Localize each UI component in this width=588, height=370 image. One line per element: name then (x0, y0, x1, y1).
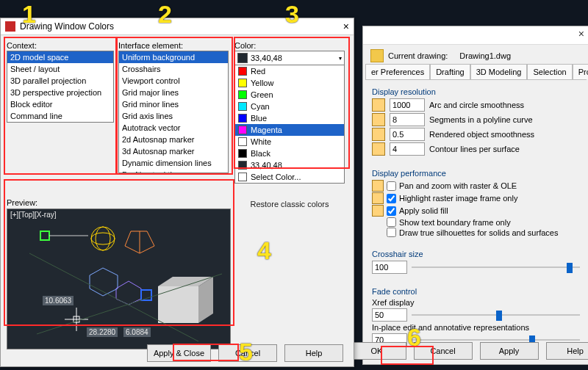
context-item[interactable]: Command line (7, 110, 113, 122)
cancel-button[interactable]: Cancel (218, 344, 277, 362)
disp-res-row: Rendered object smoothness (372, 128, 580, 141)
context-item[interactable]: 3D parallel projection (7, 75, 113, 87)
disp-res-row: Contour lines per surface (372, 142, 580, 156)
close-icon[interactable]: × (578, 28, 584, 40)
perf-checkbox[interactable] (387, 206, 396, 216)
tab-profiles[interactable]: Profiles (573, 64, 588, 79)
crosshair-slider[interactable] (412, 261, 580, 273)
perf-checkbox[interactable] (387, 228, 396, 237)
options-button-row: OK Cancel Apply Help (363, 342, 588, 360)
tab-3d-modeling[interactable]: 3D Modeling (470, 64, 528, 79)
apply-close-button[interactable]: Apply & Close (147, 344, 211, 362)
perf-check-label: Pan and zoom with raster & OLE (399, 181, 517, 190)
context-item[interactable]: 2D model space (7, 51, 113, 63)
context-column: Context: 2D model spaceSheet / layout3D … (7, 41, 114, 123)
color-name: Black (251, 148, 270, 159)
tab-er-preferences[interactable]: er Preferences (365, 64, 430, 79)
drawing-icon (370, 49, 384, 62)
context-item[interactable]: Block editor (7, 98, 113, 110)
folder-icon (372, 113, 385, 126)
cancel-button[interactable]: Cancel (414, 342, 473, 360)
iface-item[interactable]: 2d Autosnap marker (119, 134, 228, 145)
iface-item[interactable]: Crosshairs (119, 63, 228, 75)
display-resolution-title: Display resolution (372, 87, 580, 96)
iface-item[interactable]: Viewport control (119, 75, 228, 87)
xref-slider[interactable] (412, 309, 580, 321)
iface-item[interactable]: Drafting tool tip (119, 169, 228, 173)
iface-item[interactable]: Uniform background (119, 51, 228, 63)
dwc-titlebar: Drawing Window Colors × (1, 18, 354, 35)
context-item[interactable]: Sheet / layout (7, 63, 113, 75)
perf-checkbox[interactable] (387, 181, 396, 191)
chevron-down-icon: ▾ (339, 55, 342, 62)
color-list[interactable]: RedYellowGreenCyanBlueMagentaWhiteBlack3… (234, 65, 345, 184)
options-dialog: × Current drawing: Drawing1.dwg er Prefe… (362, 26, 588, 365)
color-name: Blue (251, 113, 267, 123)
disp-res-input[interactable] (390, 98, 425, 112)
help-button[interactable]: Help (284, 344, 343, 362)
current-drawing-label: Current drawing: (388, 51, 448, 60)
color-item[interactable]: Black (235, 148, 344, 159)
context-item[interactable]: Plot preview (7, 122, 113, 123)
perf-check-label: Highlight raster image frame only (399, 194, 517, 203)
inplace-label: In-place edit and annotative representat… (372, 323, 580, 332)
perf-check-label: Draw true silhouettes for solids and sur… (399, 228, 558, 237)
svg-point-2 (91, 227, 115, 250)
color-name: 33,40,48 (251, 160, 282, 170)
color-name: Select Color... (251, 172, 301, 182)
color-swatch-icon (238, 126, 247, 134)
iface-listbox[interactable]: Uniform backgroundCrosshairsViewport con… (118, 51, 229, 173)
perf-check: Draw true silhouettes for solids and sur… (372, 228, 580, 237)
color-item[interactable]: Select Color... (235, 171, 344, 183)
perf-checkbox[interactable] (387, 194, 396, 203)
color-swatch-icon (238, 79, 247, 87)
drawing-window-colors-dialog: Drawing Window Colors × Context: 2D mode… (0, 18, 354, 367)
disp-res-input[interactable] (390, 142, 425, 156)
color-item[interactable]: White (235, 136, 344, 148)
color-item[interactable]: Blue (235, 112, 344, 124)
options-tabs: er PreferencesDrafting3D ModelingSelecti… (365, 64, 587, 80)
disp-res-label: Segments in a polyline curve (429, 115, 533, 124)
disp-res-label: Rendered object smoothness (429, 130, 534, 139)
disp-res-label: Contour lines per surface (429, 145, 520, 153)
iface-item[interactable]: Grid minor lines (119, 98, 228, 110)
context-listbox[interactable]: 2D model spaceSheet / layout3D parallel … (7, 51, 114, 123)
disp-res-input[interactable] (390, 128, 425, 141)
tab-drafting[interactable]: Drafting (430, 64, 470, 79)
crosshair-input[interactable] (372, 261, 407, 274)
dim-c: 6.0884 (123, 327, 151, 337)
perf-check: Pan and zoom with raster & OLE (372, 180, 580, 192)
context-item[interactable]: 3D perspective projection (7, 87, 113, 98)
disp-res-input[interactable] (390, 113, 425, 126)
perf-check: Show text boundary frame only (372, 217, 580, 227)
xref-label: Xref display (372, 298, 580, 307)
help-button[interactable]: Help (546, 342, 589, 360)
perf-checkbox[interactable] (387, 217, 396, 227)
color-column: Color: 33,40,48 ▾ RedYellowGreenCyanBlue… (234, 41, 345, 208)
display-performance-section: Display performance Pan and zoom with ra… (368, 166, 584, 242)
iface-item[interactable]: 3d Autosnap marker (119, 145, 228, 157)
color-item[interactable]: Yellow (235, 77, 344, 89)
color-value: 33,40,48 (251, 54, 282, 62)
iface-item[interactable]: Autotrack vector (119, 122, 228, 134)
color-item[interactable]: Cyan (235, 101, 344, 112)
interface-element-column: Interface element: Uniform backgroundCro… (118, 41, 229, 173)
restore-classic-colors[interactable]: Restore classic colors (234, 200, 345, 208)
perf-check: Apply solid fill (372, 205, 580, 217)
close-icon[interactable]: × (343, 21, 349, 32)
color-item[interactable]: Green (235, 89, 344, 101)
iface-item[interactable]: Grid axis lines (119, 110, 228, 122)
tab-selection[interactable]: Selection (527, 64, 572, 79)
iface-item[interactable]: Grid major lines (119, 87, 228, 98)
color-item[interactable]: Magenta (235, 124, 344, 136)
svg-marker-10 (158, 286, 198, 323)
folder-icon (372, 128, 385, 141)
ok-button[interactable]: OK (348, 342, 406, 360)
color-item[interactable]: Red (235, 65, 344, 77)
color-item[interactable]: 33,40,48 (235, 159, 344, 171)
disp-res-label: Arc and circle smoothness (429, 101, 524, 109)
color-dropdown[interactable]: 33,40,48 ▾ (234, 51, 345, 65)
iface-item[interactable]: Dynamic dimension lines (119, 157, 228, 169)
xref-input[interactable] (372, 308, 407, 322)
apply-button[interactable]: Apply (480, 342, 539, 360)
